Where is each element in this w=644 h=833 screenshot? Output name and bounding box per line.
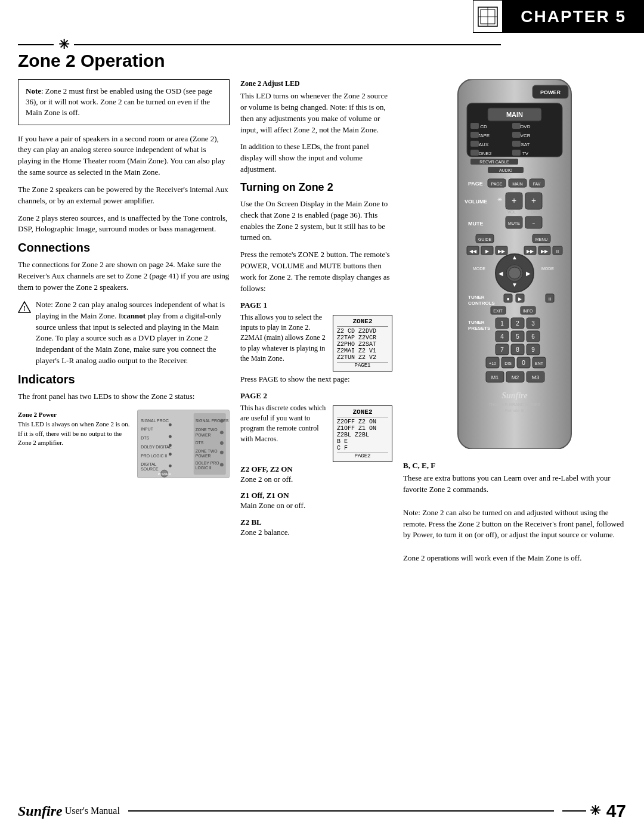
z2bl-label: Z2 BL [240,518,392,527]
page1-row-4: Z2MAI Z2 V1 [337,348,388,354]
svg-text:AUDIO: AUDIO [499,168,513,172]
svg-text:CD: CD [480,124,487,129]
svg-text:▶: ▶ [485,249,490,254]
page2-row-5: C F [337,445,388,451]
z1off-text: Main Zone on or off. [240,500,392,512]
panel-text-left: The front panel has two LEDs to show the… [18,391,194,405]
zone2-power-caption-left: Zone 2 Power [18,410,132,420]
panel-labels-left: Zone 2 Power This LED is always on when … [18,410,132,448]
svg-text:PAGE: PAGE [468,181,483,187]
svg-text:4: 4 [500,333,504,340]
svg-text:TUNER: TUNER [468,295,485,300]
footer-left: Sunfire User's Manual [18,803,120,819]
page1-row-1: Z2 CD Z2DVD [337,328,388,335]
warning-icon: ! [18,301,31,367]
chapter-text: CHAPTER 5 [521,7,626,26]
page2-row-4: B E [337,438,388,445]
svg-text:DTS: DTS [196,441,204,445]
page1-row-2: Z2TAP Z2VCR [337,335,388,341]
page1-label: PAGE 1 [240,301,392,310]
note-zone2-button: Note: Zone 2 can also be turned on and a… [403,507,626,541]
svg-point-14 [220,441,224,445]
svg-text:INFO: INFO [523,309,533,313]
svg-text:▶▶: ▶▶ [498,249,506,254]
footer-right: ✳ [562,803,600,819]
indicators-para-text: The front panel has two LEDs to show the… [18,392,194,401]
panel-with-illustration: Zone 2 Power This LED is always on when … [18,410,230,481]
page1-row-5: Z2TUN Z2 V2 [337,354,388,361]
svg-text:DOLBY DIGITAL: DOLBY DIGITAL [141,445,171,449]
svg-text:SIGNAL PROC: SIGNAL PROC [141,418,169,422]
bcef-label: B, C, E, F [403,461,626,470]
right-column: POWER MAIN CD DVD TAPE VCR AUX [403,79,626,570]
svg-text:MODE: MODE [473,267,485,271]
front-panel-section: The front panel has two LEDs to show the… [18,391,230,405]
warning-paragraph: ! Note: Zone 2 can play analog sources i… [18,299,230,367]
svg-text:−: − [532,221,535,226]
svg-text:ZONE TWO: ZONE TWO [196,448,218,453]
svg-text:Remote III: Remote III [505,408,524,413]
z1off-label: Z1 Off, Z1 ON [240,491,392,500]
middle-column: Zone 2 Adjust LED This LED turns on when… [240,79,392,570]
z2bl-text: Zone 2 balance. [240,527,392,538]
svg-text:POWER: POWER [196,433,211,437]
z2-power-label: Zone 2 Power [18,411,57,418]
svg-text:M2: M2 [512,374,519,380]
svg-point-20 [220,463,224,466]
svg-text:▶: ▶ [518,296,522,302]
additional-leds-text: In addition to these LEDs, the front pan… [240,141,392,175]
note-bold: Note [26,86,41,95]
svg-rect-46 [470,132,479,138]
page-title: Zone 2 Operation [18,51,626,71]
svg-text:▼: ▼ [512,281,518,288]
note-box: Note: Zone 2 must first be enabled using… [18,79,230,125]
svg-text:■: ■ [507,297,509,301]
svg-text:AUX: AUX [479,142,489,147]
svg-text:POWER: POWER [540,89,561,95]
z2off-label: Z2 OFF, Z2 ON [240,465,392,474]
svg-point-27 [169,444,172,447]
svg-text:◀◀: ◀◀ [469,249,477,254]
svg-point-12 [220,431,224,434]
page1-display: ZONE2 Z2 CD Z2DVD Z2TAP Z2VCR Z2PHO Z2SA… [333,315,392,371]
svg-text:CH: CH [531,210,537,214]
note-text: : Zone 2 must first be enabled using the… [26,86,212,117]
svg-text:DVD: DVD [521,124,531,129]
bcef-text: These are extra buttons you can Learn ov… [403,473,626,496]
svg-rect-52 [512,141,521,147]
page2-section: PAGE 2 This has discrete codes which are… [240,391,392,465]
svg-text:GUIDE: GUIDE [478,237,492,241]
svg-rect-42 [470,123,479,129]
intro-para-1: If you have a pair of speakers in a seco… [18,134,230,178]
page2-row-2: Z1OFF Z1 ON [337,425,388,432]
footer-brand: Sunfire [18,803,63,819]
svg-text:RECVR CABLE: RECVR CABLE [479,160,509,164]
page2-row-1: Z2OFF Z2 ON [337,419,388,425]
svg-rect-48 [512,132,521,138]
zone2-power-desc: This LED is always on when Zone 2 is on.… [18,420,132,447]
svg-text:ZONE TWO: ZONE TWO [196,428,218,432]
svg-rect-44 [512,123,521,129]
svg-text:EXIT: EXIT [493,309,503,313]
svg-text:5: 5 [516,333,519,340]
svg-point-32 [169,465,172,467]
svg-text:9: 9 [531,346,535,353]
svg-text:DTS: DTS [141,436,149,440]
svg-text:MUTE: MUTE [468,221,484,227]
page-footer: Sunfire User's Manual ✳ 47 [0,801,644,821]
footer-line [128,810,554,812]
footer-subtitle: User's Manual [65,806,120,816]
bottom-asterisk-right: ✳ [590,803,600,819]
svg-text:2: 2 [516,320,519,327]
svg-text:SAT: SAT [521,142,530,147]
bcef-section: B, C, E, F These are extra buttons you c… [403,461,626,501]
svg-text:MAIN: MAIN [512,182,523,186]
svg-text:M3: M3 [532,374,540,380]
svg-point-17 [220,451,224,454]
svg-text:✳: ✳ [497,196,502,203]
turning-on-para1: Use the On Screen Display in the Main Zo… [240,199,392,243]
chapter-label: CHAPTER 5 [503,0,644,33]
svg-text:0: 0 [522,360,525,366]
svg-text:SOURCE: SOURCE [141,467,159,471]
indicators-para: The front panel has two LEDs to show the… [18,391,194,402]
